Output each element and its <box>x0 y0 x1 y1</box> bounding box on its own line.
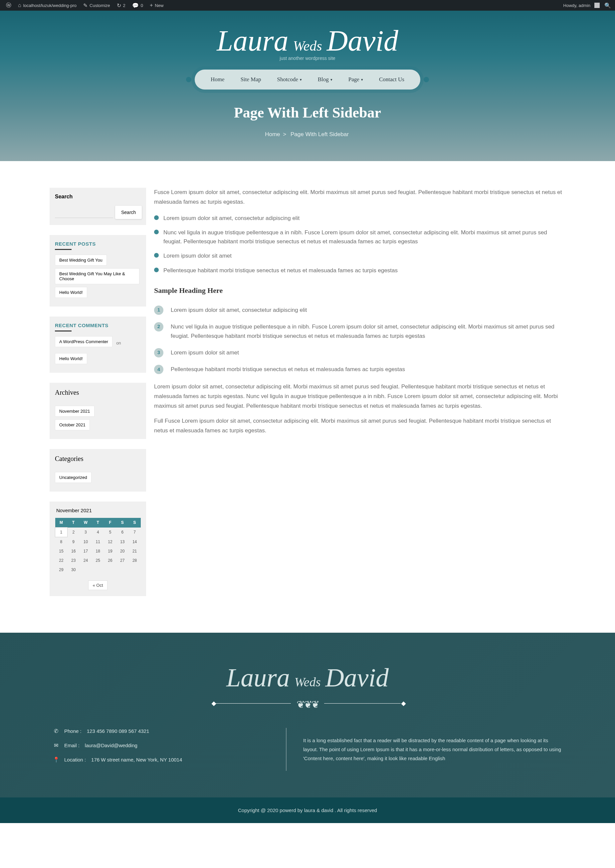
admin-customize[interactable]: ✎Customize <box>80 0 113 11</box>
nav-blog[interactable]: Blog▾ <box>313 73 337 86</box>
comment-post[interactable]: Hello World! <box>55 353 87 364</box>
calendar-day[interactable]: 7 <box>128 528 141 537</box>
calendar-day <box>116 565 128 575</box>
map-pin-icon: 📍 <box>53 757 59 763</box>
wp-admin-bar: ⓦ ⌂localhost/luzuk/wedding-pro ✎Customiz… <box>0 0 615 11</box>
calendar-day[interactable]: 15 <box>55 546 67 556</box>
intro-para: Fusce Lorem ipsum dolor sit amet, consec… <box>154 188 565 207</box>
breadcrumb-home[interactable]: Home <box>265 131 280 137</box>
ordered-number: 1 <box>154 306 163 315</box>
calendar-day[interactable]: 30 <box>67 565 80 575</box>
wordpress-icon: ⓦ <box>6 2 11 9</box>
recent-posts-title: RECENT POSTS <box>55 241 141 250</box>
chevron-down-icon: ▾ <box>300 78 302 82</box>
bullet-item: Nunc vel ligula in augue tristique pelle… <box>154 228 565 246</box>
calendar-day[interactable]: 27 <box>116 556 128 565</box>
category-link[interactable]: Uncategorized <box>55 472 92 483</box>
search-button[interactable]: Search <box>115 206 142 219</box>
calendar-day[interactable]: 21 <box>128 546 141 556</box>
bullet-dot-icon <box>154 215 159 220</box>
admin-search[interactable]: 🔍 <box>603 0 612 11</box>
calendar-day[interactable]: 12 <box>104 537 117 547</box>
footer-contact: ✆ Phone : 123 456 7890 089 567 4321 ✉ Em… <box>53 728 266 771</box>
calendar-widget: November 2021 MTWTFSS 123456789101112131… <box>50 501 146 596</box>
calendar-day[interactable]: 3 <box>80 528 92 537</box>
calendar-day[interactable]: 4 <box>92 528 104 537</box>
archive-link[interactable]: November 2021 <box>55 406 95 417</box>
archives-widget: Archives November 2021October 2021 <box>50 383 146 439</box>
breadcrumb: Home > Page With Left Sidebar <box>0 131 615 138</box>
recent-post-link[interactable]: Hello World! <box>55 287 87 298</box>
calendar-day[interactable]: 2 <box>67 528 80 537</box>
archives-title: Archives <box>55 389 141 397</box>
admin-site-link[interactable]: ⌂localhost/luzuk/wedding-pro <box>15 0 80 11</box>
calendar-day[interactable]: 8 <box>55 537 67 547</box>
footer-phone: ✆ Phone : 123 456 7890 089 567 4321 <box>53 728 266 734</box>
calendar-table: MTWTFSS 12345678910111213141516171819202… <box>55 518 141 575</box>
calendar-day[interactable]: 18 <box>92 546 104 556</box>
calendar-day[interactable]: 1 <box>55 528 67 537</box>
recent-posts-widget: RECENT POSTS Best Wedding Gift YouBest W… <box>50 235 146 306</box>
recent-post-link[interactable]: Best Wedding Gift You <box>55 254 107 265</box>
calendar-day[interactable]: 26 <box>104 556 117 565</box>
nav-page[interactable]: Page▾ <box>344 73 368 86</box>
calendar-prev[interactable]: « Oct <box>88 581 107 590</box>
calendar-day[interactable]: 23 <box>67 556 80 565</box>
calendar-day[interactable]: 28 <box>128 556 141 565</box>
envelope-icon: ✉ <box>53 742 59 748</box>
admin-new[interactable]: +New <box>147 0 167 11</box>
admin-revisions[interactable]: ↻2 <box>114 0 129 11</box>
footer-location: 📍 Location : 176 W street name, New York… <box>53 757 266 763</box>
calendar-day[interactable]: 9 <box>67 537 80 547</box>
search-input[interactable] <box>55 207 113 218</box>
nav-shotcode[interactable]: Shotcode▾ <box>272 73 306 86</box>
flourish-icon: ❦❦❦ <box>297 699 318 710</box>
footer-about: It is a long established fact that a rea… <box>286 728 562 771</box>
footer-flourish: ❦❦❦ <box>0 699 615 708</box>
calendar-day[interactable]: 13 <box>116 537 128 547</box>
calendar-day[interactable]: 25 <box>92 556 104 565</box>
bullet-dot-icon <box>154 229 159 234</box>
ordered-number: 3 <box>154 348 163 358</box>
search-icon: 🔍 <box>604 2 611 9</box>
calendar-day[interactable]: 20 <box>116 546 128 556</box>
left-sidebar: Search Search RECENT POSTS Best Wedding … <box>50 188 146 606</box>
recent-comments-title: RECENT COMMENTS <box>55 323 141 331</box>
calendar-day[interactable]: 14 <box>128 537 141 547</box>
admin-comments[interactable]: 💬0 <box>129 0 147 11</box>
calendar-day[interactable]: 19 <box>104 546 117 556</box>
calendar-day[interactable]: 17 <box>80 546 92 556</box>
ordered-number: 2 <box>154 322 163 331</box>
nav-contact-us[interactable]: Contact Us <box>375 73 409 86</box>
calendar-day[interactable]: 10 <box>80 537 92 547</box>
bullet-dot-icon <box>154 268 159 272</box>
comment-author[interactable]: A WordPress Commenter <box>55 336 112 347</box>
plus-icon: + <box>150 2 153 8</box>
ordered-number: 4 <box>154 365 163 374</box>
hero: Laura Weds David just another wordpress … <box>0 11 615 161</box>
admin-howdy[interactable]: Howdy, admin <box>560 0 603 11</box>
recent-post-link[interactable]: Best Wedding Gift You May Like & Choose <box>55 268 139 284</box>
calendar-day[interactable]: 29 <box>55 565 67 575</box>
nav-site-map[interactable]: Site Map <box>236 73 266 86</box>
calendar-day[interactable]: 5 <box>104 528 117 537</box>
categories-widget: Categories Uncategorized <box>50 449 146 492</box>
calendar-day <box>128 565 141 575</box>
phone-icon: ✆ <box>53 728 59 734</box>
wp-logo[interactable]: ⓦ <box>3 0 15 11</box>
ordered-item: 1Lorem ipsum dolor sit amet, consectetur… <box>154 306 565 315</box>
bullet-item: Lorem ipsum dolor sit amet <box>154 251 565 260</box>
archive-link[interactable]: October 2021 <box>55 419 90 430</box>
calendar-day[interactable]: 16 <box>67 546 80 556</box>
calendar-day[interactable]: 11 <box>92 537 104 547</box>
search-title: Search <box>55 194 141 200</box>
search-widget: Search Search <box>50 188 146 225</box>
calendar-day[interactable]: 22 <box>55 556 67 565</box>
ordered-item: 4Pellentesque habitant morbi tristique s… <box>154 365 565 374</box>
sample-heading: Sample Heading Here <box>154 286 565 295</box>
calendar-day[interactable]: 24 <box>80 556 92 565</box>
calendar-day <box>92 565 104 575</box>
calendar-day[interactable]: 6 <box>116 528 128 537</box>
home-icon: ⌂ <box>18 2 21 8</box>
nav-home[interactable]: Home <box>206 73 229 86</box>
